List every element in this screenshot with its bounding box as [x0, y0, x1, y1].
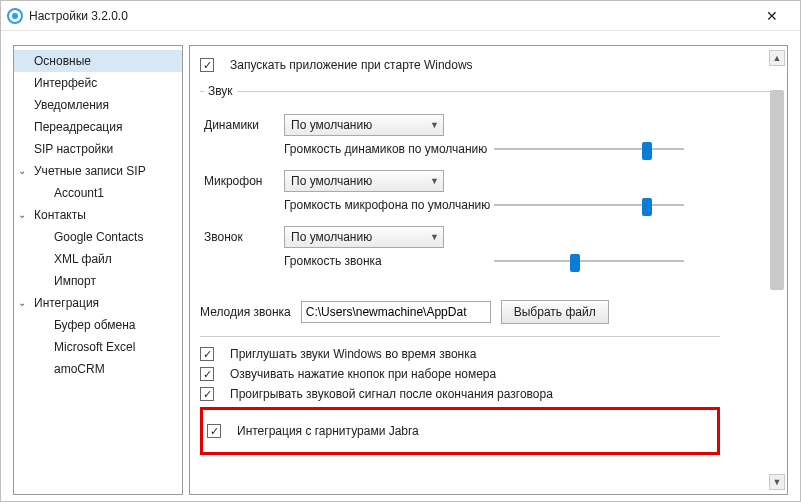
settings-window: Настройки 3.2.0.0 ✕ Основные Интерфейс У…	[0, 0, 801, 502]
sidebar-item-sip-accounts[interactable]: ⌄Учетные записи SIP	[14, 160, 182, 182]
sidebar-item-import[interactable]: Импорт	[14, 270, 182, 292]
app-icon	[7, 8, 23, 24]
slider-thumb[interactable]	[570, 254, 580, 272]
scroll-down-icon[interactable]: ▼	[769, 474, 785, 490]
titlebar: Настройки 3.2.0.0 ✕	[1, 1, 800, 31]
sidebar-item-excel[interactable]: Microsoft Excel	[14, 336, 182, 358]
end-call-sound-checkbox[interactable]	[200, 387, 214, 401]
key-sounds-checkbox[interactable]	[200, 367, 214, 381]
sound-legend: Звук	[204, 84, 237, 98]
speakers-volume-slider[interactable]	[494, 142, 684, 156]
window-body: Основные Интерфейс Уведомления Переадрес…	[1, 31, 800, 501]
run-on-startup-label: Запускать приложение при старте Windows	[230, 58, 473, 72]
sidebar-item-clipboard[interactable]: Буфер обмена	[14, 314, 182, 336]
ring-label: Звонок	[204, 230, 284, 244]
sidebar-item-interface[interactable]: Интерфейс	[14, 72, 182, 94]
scroll-thumb[interactable]	[770, 90, 784, 290]
slider-thumb[interactable]	[642, 142, 652, 160]
sidebar-item-google-contacts[interactable]: Google Contacts	[14, 226, 182, 248]
window-title: Настройки 3.2.0.0	[29, 9, 128, 23]
ringtone-path-field[interactable]	[301, 301, 491, 323]
sidebar-item-notifications[interactable]: Уведомления	[14, 94, 182, 116]
chevron-down-icon: ▼	[430, 232, 439, 242]
slider-thumb[interactable]	[642, 198, 652, 216]
microphone-volume-slider[interactable]	[494, 198, 684, 212]
sidebar-item-general[interactable]: Основные	[14, 50, 182, 72]
jabra-highlight: Интеграция с гарнитурами Jabra	[200, 407, 720, 455]
close-icon[interactable]: ✕	[752, 8, 792, 24]
ring-volume-slider[interactable]	[494, 254, 684, 268]
separator	[200, 336, 720, 337]
run-on-startup-row: Запускать приложение при старте Windows	[200, 58, 771, 72]
sidebar-item-amocrm[interactable]: amoCRM	[14, 358, 182, 380]
chevron-down-icon: ▼	[430, 176, 439, 186]
microphone-volume-label: Громкость микрофона по умолчанию	[204, 198, 494, 212]
sidebar: Основные Интерфейс Уведомления Переадрес…	[13, 45, 183, 495]
chevron-down-icon: ⌄	[18, 209, 26, 220]
sidebar-item-integration[interactable]: ⌄Интеграция	[14, 292, 182, 314]
sidebar-item-xml-file[interactable]: XML файл	[14, 248, 182, 270]
end-call-sound-row: Проигрывать звуковой сигнал после оконча…	[200, 387, 771, 401]
mute-windows-row: Приглушать звуки Windows во время звонка	[200, 347, 771, 361]
key-sounds-row: Озвучивать нажатие кнопок при наборе ном…	[200, 367, 771, 381]
scroll-up-icon[interactable]: ▲	[769, 50, 785, 66]
ring-volume-label: Громкость звонка	[204, 254, 494, 268]
chevron-down-icon: ▼	[430, 120, 439, 130]
content-scrollbar[interactable]: ▲ ▼	[769, 50, 785, 490]
sidebar-item-contacts[interactable]: ⌄Контакты	[14, 204, 182, 226]
sound-group: Звук Динамики По умолчанию ▼ Громкость д…	[200, 84, 771, 282]
sidebar-item-sip-settings[interactable]: SIP настройки	[14, 138, 182, 160]
speakers-volume-label: Громкость динамиков по умолчанию	[204, 142, 494, 156]
choose-file-button[interactable]: Выбрать файл	[501, 300, 609, 324]
speakers-dropdown[interactable]: По умолчанию ▼	[284, 114, 444, 136]
ring-dropdown[interactable]: По умолчанию ▼	[284, 226, 444, 248]
run-on-startup-checkbox[interactable]	[200, 58, 214, 72]
ringtone-label: Мелодия звонка	[200, 305, 291, 319]
speakers-label: Динамики	[204, 118, 284, 132]
sidebar-item-forwarding[interactable]: Переадресация	[14, 116, 182, 138]
content-pane: Запускать приложение при старте Windows …	[189, 45, 788, 495]
jabra-row: Интеграция с гарнитурами Jabra	[207, 424, 707, 438]
chevron-down-icon: ⌄	[18, 297, 26, 308]
jabra-checkbox[interactable]	[207, 424, 221, 438]
mute-windows-checkbox[interactable]	[200, 347, 214, 361]
microphone-label: Микрофон	[204, 174, 284, 188]
sidebar-item-account1[interactable]: Account1	[14, 182, 182, 204]
chevron-down-icon: ⌄	[18, 165, 26, 176]
microphone-dropdown[interactable]: По умолчанию ▼	[284, 170, 444, 192]
